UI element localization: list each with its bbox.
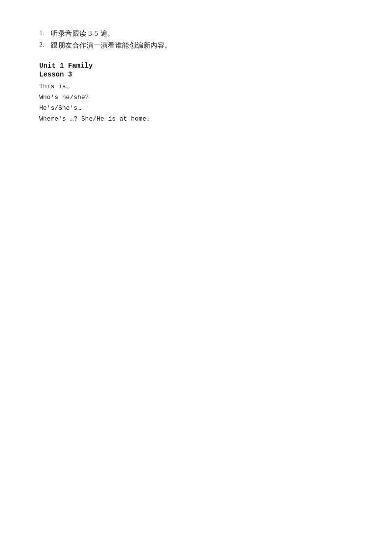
content-line-2: Who's he/she? [39,92,353,103]
lesson-title: Lesson 3 [39,71,353,78]
list-item-1: 1. 听录音跟读 3-5 遍。 [39,29,353,38]
unit-title: Unit 1 Family [39,62,353,70]
content-line-3: He's/She's… [39,103,353,114]
list-number-1: 1. [39,29,49,37]
list-item-2: 2. 跟朋友合作演一演看谁能创编新内容。 [39,41,353,50]
numbered-list: 1. 听录音跟读 3-5 遍。 2. 跟朋友合作演一演看谁能创编新内容。 [39,29,353,50]
content-line-4: Where's …? She/He is at home. [39,114,353,125]
list-text-1: 听录音跟读 3-5 遍。 [51,29,115,38]
list-text-2: 跟朋友合作演一演看谁能创编新内容。 [51,41,172,50]
content-lines: This is… Who's he/she? He's/She's… Where… [39,81,353,125]
content-line-1: This is… [39,81,353,92]
unit-section: Unit 1 Family Lesson 3 This is… Who's he… [39,62,353,125]
list-number-2: 2. [39,41,49,49]
